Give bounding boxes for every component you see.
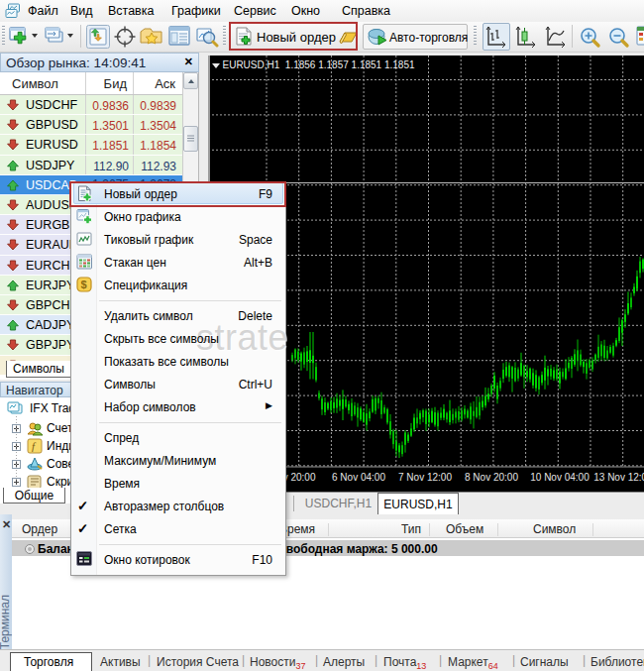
svg-text:13 Nov 12:00: 13 Nov 12:00 bbox=[593, 472, 644, 483]
svg-text:EURUSD,H1 1.1856 1.1857 1.185: EURUSD,H1 1.1856 1.1857 1.1851 1.1851 bbox=[223, 59, 415, 70]
svg-text:6 Nov 04:00: 6 Nov 04:00 bbox=[332, 472, 385, 483]
svg-text:7 Nov 12:00: 7 Nov 12:00 bbox=[398, 472, 452, 483]
svg-text:$: $ bbox=[81, 279, 87, 290]
svg-text:8 Nov 20:00: 8 Nov 20:00 bbox=[465, 472, 518, 483]
svg-text:10 Nov 04:00: 10 Nov 04:00 bbox=[530, 472, 590, 483]
